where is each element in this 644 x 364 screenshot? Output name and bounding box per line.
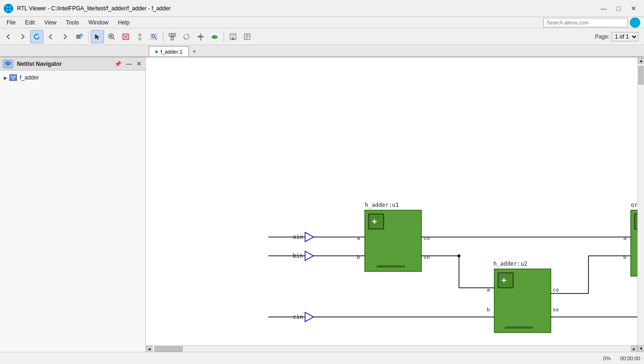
export-button[interactable] [226,30,240,43]
u2-port-b-label: b [487,307,490,313]
cin-buffer-icon [305,312,314,322]
tree-node-icon [9,74,17,81]
tab-label: f_adder:1 [161,49,182,55]
window-title: RTL Viewer - C:/intelFPGA_lite/test/f_ad… [17,5,171,12]
svg-rect-6 [76,36,80,37]
search-input[interactable] [543,18,628,27]
zoom-fit-button[interactable] [119,30,132,43]
canvas-area[interactable]: + + + [146,57,644,352]
tree-label-f-adder: f_adder [20,74,39,81]
h-adder-u2-plus-box [498,273,513,288]
u3-port-b-label: b [623,254,627,260]
status-right: 0% 00:00:00 [603,356,640,361]
svg-rect-7 [76,38,81,39]
menu-edit[interactable]: Edit [20,18,40,27]
diagram-svg: + + + [146,57,644,352]
svg-rect-3 [9,9,11,11]
sidebar-close-button[interactable]: ✕ [135,60,143,68]
scroll-thumb-v[interactable] [638,66,644,85]
junction-dot-1 [458,254,460,257]
h-adder-u2-block [494,269,551,332]
menu-window[interactable]: Window [84,18,113,27]
zoom-select-button[interactable] [147,30,161,43]
svg-marker-4 [37,33,39,35]
refresh-button[interactable] [30,30,43,43]
settings-button[interactable] [194,30,207,43]
svg-rect-39 [12,78,14,79]
sidebar-header: Netlist Navigator 📌 — ✕ [0,57,145,71]
birds-eye-button[interactable] [208,30,221,43]
u1-port-a-label: a [357,235,360,241]
scroll-down-button[interactable]: ▼ [638,345,644,352]
u1-port-b-label: b [357,254,360,260]
u2-port-so-label: so [553,307,559,313]
svg-rect-20 [169,33,172,36]
tree-item-f-adder[interactable]: ▶ f_adder [0,73,145,82]
sidebar-minimize-button[interactable]: — [125,60,133,68]
sidebar-pin-button[interactable]: 📌 [113,60,123,68]
u2-port-co-label: co [553,287,559,293]
svg-rect-37 [11,76,13,78]
netlist-button[interactable] [241,30,254,43]
menu-view[interactable]: View [40,18,61,27]
h-adder-u2-minus-bar [505,326,533,329]
vertical-scrollbar[interactable]: ▲ ▼ [637,57,644,352]
menu-file[interactable]: File [2,18,20,27]
close-button[interactable]: ✕ [627,3,640,14]
select-tool-button[interactable] [91,30,104,43]
menu-bar: File Edit View Tools Window Help [0,17,136,28]
cin-label: cin [293,314,303,320]
page-indicator: Page: 1 of 1 [595,32,642,41]
h-adder-u1-plus-box [369,214,384,229]
netlist-icon [3,60,13,68]
menu-help[interactable]: Help [113,18,135,27]
bin-label: bin [293,253,303,259]
page-select[interactable]: 1 of 1 [612,32,638,41]
ain-label: ain [293,234,303,240]
forward2-button[interactable] [58,30,72,43]
back2-button[interactable] [44,30,57,43]
tab-f-adder[interactable]: ■ f_adder:1 [149,46,189,56]
svg-point-35 [5,62,11,65]
menu-tools[interactable]: Tools [61,18,84,27]
h-adder-u1-block [365,210,421,271]
find-button[interactable] [72,30,86,43]
toolbar: Page: 1 of 1 [0,28,644,45]
status-bar: 0% 00:00:00 [0,352,644,364]
tab-add-button[interactable]: + [189,46,200,56]
u1-title-label: h_adder:u1 [365,202,399,208]
ain-buffer-icon [305,232,314,242]
svg-point-26 [199,35,202,38]
svg-rect-0 [6,6,8,8]
zoom-indicator: 0% [603,356,611,361]
h-adder-u1-minus-bar [377,265,405,268]
tree-arrow-icon: ▶ [4,75,8,80]
pan-button[interactable] [133,30,146,43]
scroll-up-button[interactable]: ▲ [638,57,644,64]
h-adder-u2-plus-symbol: + [501,275,507,285]
search-globe-icon: 🌐 [630,17,640,28]
back-button[interactable] [2,30,15,43]
sidebar-title: Netlist Navigator [17,61,62,67]
scroll-left-button[interactable]: ◄ [146,346,153,352]
horizontal-scrollbar[interactable]: ◄ ► [146,345,637,352]
window-controls: — □ ✕ [597,3,640,14]
scroll-right-button[interactable]: ► [631,346,637,352]
title-bar: RTL Viewer - C:/intelFPGA_lite/test/f_ad… [0,0,644,17]
forward-button[interactable] [16,30,29,43]
tab-bar: ■ f_adder:1 + [0,45,644,57]
u1-port-co-label: co [424,235,430,241]
h-adder-u1-plus-symbol: + [372,216,377,226]
svg-marker-9 [95,34,99,40]
maximize-button[interactable]: □ [612,3,625,14]
scroll-thumb-h[interactable] [154,346,183,352]
svg-point-27 [213,36,214,37]
search-area: 🌐 [543,17,640,28]
u2-port-a-label: a [487,287,490,293]
colorize-button[interactable] [180,30,193,43]
zoom-in-button[interactable] [105,30,118,43]
hierarchy-button[interactable] [166,30,179,43]
bin-buffer-icon [305,251,314,261]
u3-port-a-label: a [623,235,627,241]
minimize-button[interactable]: — [597,3,610,14]
